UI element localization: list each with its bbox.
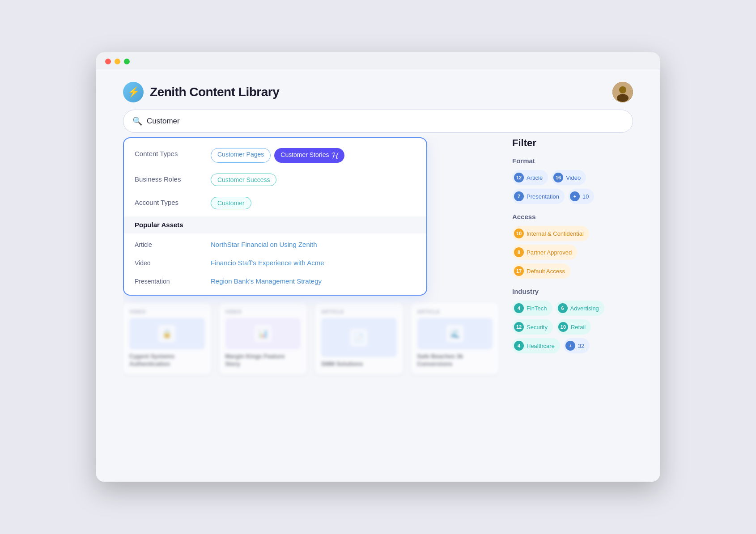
- content-types-row: Content Types Customer Pages Customer St…: [124, 143, 426, 168]
- card-2-title: Margin Kings Feature Story: [225, 353, 301, 368]
- card-1: VIDEO 🔒 Cygent Systems Authentication: [123, 303, 211, 374]
- card-2-icon: 📊: [254, 325, 272, 343]
- business-roles-label: Business Roles: [135, 174, 197, 183]
- badge-advertising-label: Advertising: [570, 305, 599, 312]
- badge-presentation-label: Presentation: [527, 193, 559, 200]
- maximize-button[interactable]: [124, 59, 130, 64]
- badge-internal-count: 10: [514, 229, 524, 238]
- badge-default-access[interactable]: 17 Default Access: [512, 263, 570, 279]
- badge-internal-label: Internal & Confidential: [527, 230, 584, 237]
- badge-retail-count: 10: [558, 322, 568, 332]
- asset-row-presentation: Presentation Region Bank's Management St…: [124, 272, 426, 290]
- account-types-tags: Customer: [211, 197, 251, 209]
- svg-point-2: [617, 94, 629, 102]
- card-1-thumb: 🔒: [129, 318, 205, 349]
- tag-customer-success[interactable]: Customer Success: [211, 174, 276, 186]
- badge-partner-count: 8: [514, 247, 524, 257]
- card-4-title: Safe Beaches 3k Conversions: [417, 353, 493, 368]
- badge-fintech-label: FinTech: [527, 305, 547, 312]
- filter-format-label: Format: [512, 157, 633, 165]
- badge-retail-label: Retail: [571, 324, 586, 331]
- filter-access-section: Access 10 Internal & Confidential 8 Part…: [512, 213, 633, 279]
- filter-format-section: Format 12 Article 16 Video 7 Presentatio: [512, 157, 633, 204]
- badge-default-access-label: Default Access: [527, 268, 565, 275]
- badge-retail[interactable]: 10 Retail: [556, 319, 591, 335]
- asset-type-article: Article: [135, 241, 197, 248]
- filter-sidebar: Filter Format 12 Article 16 Video: [499, 137, 633, 473]
- card-2-thumb: 📊: [225, 318, 301, 349]
- app-title: Zenith Content Library: [150, 85, 279, 99]
- content-types-label: Content Types: [135, 148, 197, 157]
- close-button[interactable]: [105, 59, 111, 64]
- badge-advertising[interactable]: 6 Advertising: [556, 301, 604, 316]
- badge-security-label: Security: [527, 324, 548, 331]
- card-3-icon: 📄: [350, 329, 368, 347]
- avatar-image: [612, 82, 633, 102]
- app-content: ⚡ Zenith Content Library 🔍: [96, 69, 660, 482]
- badge-industry-more-label: 32: [578, 343, 584, 349]
- badge-article[interactable]: 12 Article: [512, 170, 548, 185]
- asset-link-article[interactable]: NorthStar Financial on Using Zenith: [211, 241, 317, 248]
- autocomplete-dropdown: Content Types Customer Pages Customer St…: [123, 137, 427, 296]
- badge-format-more[interactable]: + 10: [568, 189, 594, 204]
- search-bar-container: 🔍: [96, 110, 660, 137]
- card-4-type: ARTICLE: [417, 309, 493, 314]
- asset-row-video: Video Financio Staff's Experience with A…: [124, 254, 426, 272]
- search-icon: 🔍: [132, 116, 142, 126]
- badge-industry-more[interactable]: + 32: [564, 338, 590, 353]
- app-window: ⚡ Zenith Content Library 🔍: [96, 52, 660, 482]
- badge-industry-more-count: +: [565, 341, 575, 351]
- card-4-thumb: 🌊: [417, 318, 493, 349]
- titlebar: [96, 52, 660, 69]
- badge-video-count: 16: [553, 173, 563, 182]
- filter-access-label: Access: [512, 213, 633, 220]
- minimize-button[interactable]: [115, 59, 120, 64]
- badge-advertising-count: 6: [558, 303, 568, 313]
- badge-presentation-count: 7: [514, 191, 524, 201]
- badge-security[interactable]: 12 Security: [512, 319, 553, 335]
- logo-icon: ⚡: [123, 82, 144, 102]
- business-roles-row: Business Roles Customer Success: [124, 168, 426, 191]
- card-4-icon: 🌊: [446, 325, 464, 343]
- badge-article-count: 12: [514, 173, 524, 182]
- popular-assets-label: Popular Assets: [135, 221, 183, 229]
- content-area: Content Types Customer Pages Customer St…: [123, 137, 499, 473]
- search-bar: 🔍: [123, 110, 633, 133]
- card-3-type: ARTICLE: [321, 309, 397, 314]
- search-input[interactable]: [147, 117, 624, 126]
- popular-assets-divider: Popular Assets: [124, 216, 426, 233]
- badge-partner-label: Partner Approved: [527, 249, 572, 256]
- card-1-icon: 🔒: [158, 325, 176, 343]
- asset-type-video: Video: [135, 259, 197, 267]
- card-3: ARTICLE 📄 SMM Solutions: [315, 303, 403, 374]
- asset-link-video[interactable]: Financio Staff's Experience with Acme: [211, 259, 324, 267]
- badge-presentation[interactable]: 7 Presentation: [512, 189, 565, 204]
- card-4: ARTICLE 🌊 Safe Beaches 3k Conversions: [411, 303, 499, 374]
- business-roles-tags: Customer Success: [211, 174, 276, 186]
- tag-customer[interactable]: Customer: [211, 197, 251, 209]
- cards-grid: VIDEO 🔒 Cygent Systems Authentication VI…: [123, 303, 499, 374]
- badge-healthcare-count: 4: [514, 341, 524, 351]
- lightning-icon: ⚡: [127, 86, 140, 98]
- badge-video[interactable]: 16 Video: [552, 170, 586, 185]
- header: ⚡ Zenith Content Library: [96, 69, 660, 110]
- tag-customer-pages[interactable]: Customer Pages: [211, 148, 271, 163]
- card-3-thumb: 📄: [321, 318, 397, 357]
- badge-fintech[interactable]: 4 FinTech: [512, 301, 552, 316]
- account-types-row: Account Types Customer: [124, 191, 426, 215]
- filter-industry-tags: 4 FinTech 6 Advertising 12 Security 10: [512, 301, 633, 353]
- badge-healthcare[interactable]: 4 Healthcare: [512, 338, 560, 353]
- avatar[interactable]: [612, 82, 633, 102]
- badge-security-count: 12: [514, 322, 524, 332]
- badge-partner[interactable]: 8 Partner Approved: [512, 245, 577, 260]
- badge-internal[interactable]: 10 Internal & Confidential: [512, 226, 589, 241]
- asset-row-article: Article NorthStar Financial on Using Zen…: [124, 235, 426, 254]
- asset-link-presentation[interactable]: Region Bank's Management Strategy: [211, 277, 322, 285]
- badge-video-label: Video: [566, 174, 581, 181]
- badge-format-more-count: +: [570, 191, 580, 201]
- badge-fintech-count: 4: [514, 303, 524, 313]
- tag-customer-stories[interactable]: Customer Stories 𝓗: [274, 148, 344, 163]
- content-types-tags: Customer Pages Customer Stories 𝓗: [211, 148, 344, 163]
- main-area: Content Types Customer Pages Customer St…: [96, 137, 660, 482]
- cursor-icon: 𝓗: [331, 150, 338, 161]
